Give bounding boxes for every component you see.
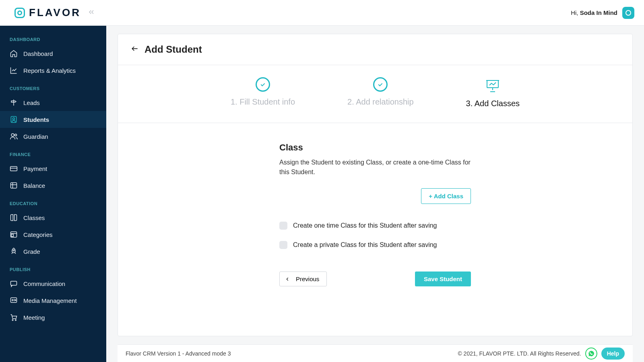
topbar-left: FLAVOR xyxy=(14,6,95,19)
logo-icon xyxy=(14,8,25,18)
table-icon xyxy=(10,181,18,189)
whatsapp-button[interactable] xyxy=(585,348,597,360)
step-3: 3. Add Classes xyxy=(466,77,520,108)
card-icon xyxy=(10,165,18,173)
video-icon xyxy=(10,296,18,304)
svg-point-12 xyxy=(13,250,14,251)
footer: Flavor CRM Version 1 - Advanced mode 3 ©… xyxy=(118,344,633,362)
sidebar-item-label: Dashboard xyxy=(23,50,53,57)
sidebar-item-meeting[interactable]: Meeting xyxy=(0,309,106,326)
sidebar-item-dashboard[interactable]: Dashboard xyxy=(0,45,106,62)
sidebar-section-label: EDUCATION xyxy=(0,194,106,209)
svg-point-17 xyxy=(12,319,13,321)
sidebar: DASHBOARDDashboardReports & AnalyticsCUS… xyxy=(0,26,106,362)
svg-point-15 xyxy=(12,300,13,301)
svg-point-3 xyxy=(15,134,17,136)
chart-icon xyxy=(10,66,18,74)
class-heading: Class xyxy=(279,142,471,153)
step-3-label: 3. Add Classes xyxy=(466,99,520,108)
wizard-stepper: 1. Fill Student info 2. Add relationship… xyxy=(118,65,632,123)
checkbox-icon[interactable] xyxy=(279,241,287,249)
sidebar-section-label: DASHBOARD xyxy=(0,30,106,45)
sidebar-item-label: Classes xyxy=(23,214,45,221)
card-header: Add Student xyxy=(118,34,632,65)
svg-marker-16 xyxy=(15,300,16,301)
checkbox-private-class[interactable]: Create a private Class for this Student … xyxy=(279,241,471,249)
sidebar-item-media[interactable]: Media Management xyxy=(0,292,106,309)
copyright-text: © 2021, FLAVOR PTE. LTD. All Rights Rese… xyxy=(458,350,581,357)
presentation-board-icon xyxy=(485,77,501,93)
topbar-right: Hi, Soda In Mind xyxy=(571,7,634,19)
save-student-button[interactable]: Save Student xyxy=(415,272,471,286)
checkbox-one-time-label: Create one time Class for this Student a… xyxy=(293,222,437,229)
sidebar-section-label: FINANCE xyxy=(0,145,106,160)
sidebar-collapse-button[interactable] xyxy=(87,8,95,18)
comment-icon xyxy=(10,280,18,288)
person-icon xyxy=(10,115,18,123)
svg-rect-6 xyxy=(11,183,17,188)
sidebar-item-label: Balance xyxy=(23,182,45,189)
sidebar-section-label: PUBLISH xyxy=(0,260,106,275)
help-button[interactable]: Help xyxy=(601,348,625,360)
signpost-icon xyxy=(10,99,18,107)
step-1: 1. Fill Student info xyxy=(231,77,295,108)
sidebar-item-label: Grade xyxy=(23,248,40,255)
footer-right: © 2021, FLAVOR PTE. LTD. All Rights Rese… xyxy=(458,348,625,360)
sidebar-item-balance[interactable]: Balance xyxy=(0,177,106,194)
sidebar-item-guardian[interactable]: Guardian xyxy=(0,128,106,145)
checkbox-one-time-class[interactable]: Create one time Class for this Student a… xyxy=(279,222,471,230)
topbar: FLAVOR Hi, Soda In Mind xyxy=(0,0,644,26)
divider xyxy=(118,123,632,123)
greeting-prefix: Hi, xyxy=(571,9,580,16)
check-circle-icon xyxy=(373,77,388,92)
step-2-label: 2. Add relationship xyxy=(347,97,414,107)
form-actions: Previous Save Student xyxy=(279,272,471,302)
back-button[interactable] xyxy=(131,45,139,54)
sidebar-item-categories[interactable]: Categories xyxy=(0,226,106,243)
checkbox-icon[interactable] xyxy=(279,222,287,230)
sidebar-section-label: CUSTOMERS xyxy=(0,79,106,94)
avatar[interactable] xyxy=(622,7,634,19)
previous-label: Previous xyxy=(296,276,319,282)
class-section: Class Assign the Student to existing Cla… xyxy=(275,142,476,302)
previous-button[interactable]: Previous xyxy=(279,272,327,286)
greeting: Hi, Soda In Mind xyxy=(571,9,617,16)
whatsapp-icon xyxy=(588,350,594,357)
add-class-button[interactable]: + Add Class xyxy=(421,188,471,204)
avatar-icon xyxy=(625,10,631,16)
svg-rect-13 xyxy=(11,281,17,285)
sidebar-item-leads[interactable]: Leads xyxy=(0,94,106,111)
check-circle-icon xyxy=(256,77,270,92)
sidebar-item-label: Guardian xyxy=(23,133,48,140)
svg-rect-11 xyxy=(11,234,13,237)
sidebar-item-payment[interactable]: Payment xyxy=(0,160,106,177)
home-icon xyxy=(10,49,18,58)
page-title: Add Student xyxy=(144,44,202,55)
brand-name: FLAVOR xyxy=(29,6,81,19)
content-card: Add Student 1. Fill Student info 2. Add … xyxy=(118,34,633,336)
user-name: Soda In Mind xyxy=(580,9,617,16)
sidebar-item-communication[interactable]: Communication xyxy=(0,275,106,292)
svg-point-18 xyxy=(15,319,17,321)
sidebar-item-reports[interactable]: Reports & Analytics xyxy=(0,62,106,79)
book-icon xyxy=(10,214,18,222)
sidebar-item-label: Reports & Analytics xyxy=(23,67,76,74)
checkbox-private-label: Create a private Class for this Student … xyxy=(293,241,437,249)
sidebar-item-students[interactable]: Students xyxy=(0,111,106,128)
sidebar-item-label: Payment xyxy=(23,165,47,172)
step-2: 2. Add relationship xyxy=(347,77,414,108)
browser-icon xyxy=(10,230,18,239)
sidebar-item-label: Leads xyxy=(23,99,40,106)
sidebar-item-label: Meeting xyxy=(23,314,45,321)
version-text: Flavor CRM Version 1 - Advanced mode 3 xyxy=(126,350,231,357)
step-1-label: 1. Fill Student info xyxy=(231,97,295,107)
class-description: Assign the Student to existing Class, or… xyxy=(279,158,471,177)
svg-rect-4 xyxy=(10,167,17,171)
main-content: Add Student 1. Fill Student info 2. Add … xyxy=(106,26,644,362)
sidebar-item-classes[interactable]: Classes xyxy=(0,209,106,226)
chevron-left-icon xyxy=(285,276,290,282)
svg-point-1 xyxy=(13,118,15,120)
sidebar-item-grade[interactable]: Grade xyxy=(0,243,106,260)
sidebar-item-label: Students xyxy=(23,116,49,123)
brand-logo[interactable]: FLAVOR xyxy=(14,6,81,19)
